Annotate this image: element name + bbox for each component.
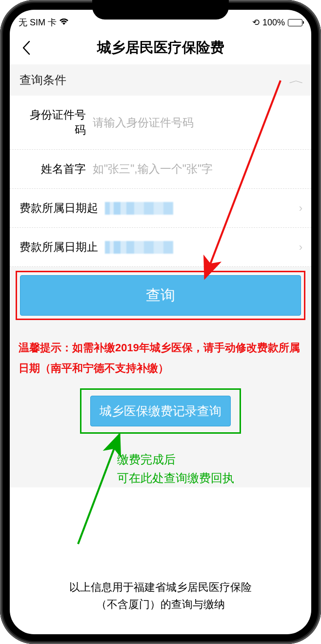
name-row[interactable]: 姓名首字 如"张三",输入一个"张"字 (10, 149, 311, 188)
warning-tip: 温馨提示：如需补缴2019年城乡医保，请手动修改费款所属日期（南平和宁德不支持补… (10, 324, 311, 386)
name-input[interactable]: 如"张三",输入一个"张"字 (93, 161, 301, 177)
battery-icon (288, 19, 302, 26)
chevron-right-icon: › (299, 241, 302, 254)
annotation-red-box: 查询 (16, 271, 305, 320)
content: 查询条件 ︿ 身份证件号码 请输入身份证件号码 姓名首字 如"张三",输入一个"… (10, 64, 311, 487)
lock-icon: ⟲ (252, 17, 260, 28)
id-input[interactable]: 请输入身份证件号码 (93, 115, 301, 130)
query-button-wrap: 查询 (10, 267, 311, 324)
chevron-right-icon: › (299, 202, 302, 215)
date-to-row[interactable]: 费款所属日期止 › (10, 227, 311, 266)
record-button-wrap: 城乡医保缴费记录查询 (10, 386, 311, 438)
date-to-value[interactable] (105, 241, 173, 254)
chevron-up-icon: ︿ (289, 74, 304, 87)
carrier-label: 无 SIM 卡 (19, 18, 57, 27)
green-note-line2: 可在此处查询缴费回执 (117, 469, 311, 487)
section-title: 查询条件 (20, 72, 66, 88)
name-label: 姓名首字 (20, 161, 93, 177)
record-query-button[interactable]: 城乡医保缴费记录查询 (90, 396, 231, 426)
carrier-text: 无 SIM 卡 (19, 17, 69, 28)
status-right: ⟲ 100% (252, 17, 302, 28)
screen: 无 SIM 卡 ⟲ 100% 城乡居民医疗保险费 查询条件 ︿ (10, 10, 311, 634)
notch (92, 0, 229, 20)
date-from-value[interactable] (105, 202, 173, 215)
nav-bar: 城乡居民医疗保险费 (10, 31, 311, 64)
battery-percent: 100% (262, 18, 285, 28)
id-label: 身份证件号码 (20, 107, 93, 138)
query-button[interactable]: 查询 (20, 275, 301, 316)
footer-line2: （不含厦门）的查询与缴纳 (24, 596, 297, 613)
date-from-label: 费款所属日期起 (20, 201, 105, 216)
section-header[interactable]: 查询条件 ︿ (10, 64, 311, 96)
annotation-green-box: 城乡医保缴费记录查询 (80, 388, 241, 434)
footer-line1: 以上信息用于福建省城乡居民医疗保险 (24, 579, 297, 596)
date-to-label: 费款所属日期止 (20, 240, 105, 255)
date-from-row[interactable]: 费款所属日期起 › (10, 188, 311, 227)
green-note-line1: 缴费完成后 (117, 450, 311, 469)
back-button[interactable] (17, 38, 36, 58)
footer-note: 以上信息用于福建省城乡居民医疗保险 （不含厦门）的查询与缴纳 (10, 579, 311, 613)
id-row[interactable]: 身份证件号码 请输入身份证件号码 (10, 96, 311, 149)
page-title: 城乡居民医疗保险费 (10, 38, 311, 58)
query-form: 身份证件号码 请输入身份证件号码 姓名首字 如"张三",输入一个"张"字 费款所… (10, 96, 311, 267)
wifi-icon (59, 18, 69, 27)
phone-frame: 无 SIM 卡 ⟲ 100% 城乡居民医疗保险费 查询条件 ︿ (0, 0, 321, 644)
annotation-green-note: 缴费完成后 可在此处查询缴费回执 (10, 438, 311, 488)
